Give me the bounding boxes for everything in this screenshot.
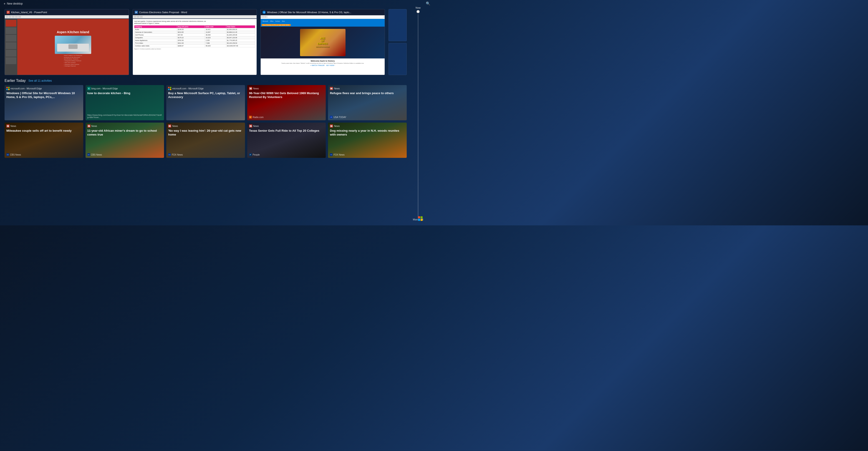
card-source-name: News bbox=[334, 87, 340, 90]
news-source-icon: 📰 bbox=[330, 87, 333, 90]
activity-card-card-3[interactable]: microsoft.com - Microsoft EdgeBuy a New … bbox=[166, 85, 245, 120]
activity-card-card-6[interactable]: 📰NewsMilwaukee couple sells off art to b… bbox=[5, 123, 83, 158]
card-source-name: News bbox=[10, 125, 16, 127]
news-source-icon: 📰 bbox=[168, 124, 171, 128]
card-sub-source: USUSA TODAY bbox=[330, 116, 405, 119]
svg-rect-3 bbox=[8, 89, 9, 90]
sub-source-icon: FOX bbox=[168, 153, 171, 156]
activity-card-card-1[interactable]: microsoft.com - Microsoft EdgeWindows | … bbox=[5, 85, 83, 120]
card-sub-source: CBSCBS News bbox=[6, 153, 82, 156]
card-sub-source: FOXFOX News bbox=[168, 153, 243, 156]
news-source-icon: 📰 bbox=[87, 124, 91, 128]
news-source-icon: 📰 bbox=[249, 87, 252, 90]
card-content-card-7: 📰News11-year-old African miner's dream t… bbox=[86, 123, 164, 158]
svg-rect-0 bbox=[6, 87, 8, 88]
card-source-bar: 📰News bbox=[87, 124, 162, 128]
sub-source-name: FOX News bbox=[334, 154, 344, 156]
timeline-line bbox=[418, 14, 418, 218]
powerpoint-window[interactable]: P Kitchen_Island_V6 - PowerPoint bbox=[5, 9, 129, 75]
svg-rect-2 bbox=[6, 89, 8, 90]
ppt-description: Hand Crafted in our Redmondworkshop to t… bbox=[64, 55, 82, 67]
activity-cards-row1: microsoft.com - Microsoft EdgeWindows | … bbox=[5, 85, 407, 120]
open-windows-row: P Kitchen_Island_V6 - PowerPoint bbox=[5, 9, 407, 75]
col-units: Units sold bbox=[205, 26, 226, 28]
edge-title-text: Windows | Official Site for Microsoft Wi… bbox=[267, 11, 351, 14]
activity-card-card-5[interactable]: 📰NewsRefugee flees war and brings peace … bbox=[328, 85, 407, 120]
plus-icon: + bbox=[4, 2, 5, 5]
sub-source-name: USA TODAY bbox=[334, 116, 346, 119]
word-title-text: Contoso Electronics Sales Proposal - Wor… bbox=[139, 11, 187, 14]
card-title: how to decorate kitchen - Bing bbox=[87, 91, 162, 114]
activity-cards-row2: 📰NewsMilwaukee couple sells off art to b… bbox=[5, 123, 407, 158]
card-content-card-10: 📰NewsDog missing nearly a year in N.H. w… bbox=[328, 123, 407, 158]
word-preview: Just last quarter, Contoso experienced s… bbox=[133, 15, 257, 75]
card-source-bar: 📰News bbox=[6, 124, 82, 128]
sub-source-icon: FOX bbox=[330, 153, 333, 156]
svg-rect-1 bbox=[8, 87, 9, 88]
card-source-name: News bbox=[253, 87, 259, 90]
ms-source-icon bbox=[168, 87, 171, 90]
ppt-kitchen-image bbox=[55, 36, 91, 54]
svg-rect-6 bbox=[168, 89, 169, 90]
svg-rect-7 bbox=[170, 89, 171, 90]
card-sub-source: PPeople bbox=[249, 153, 324, 156]
word-title-bar: W Contoso Electronics Sales Proposal - W… bbox=[133, 9, 257, 15]
card-source-name: microsoft.com - Microsoft Edge bbox=[172, 87, 204, 90]
card-title: Windows | Official Site for Microsoft Wi… bbox=[6, 91, 82, 119]
sub-source-name: Radio.com bbox=[253, 116, 264, 119]
sub-source-icon: US bbox=[330, 116, 333, 119]
earlier-today-title: Earlier Today bbox=[5, 79, 26, 83]
activity-card-card-10[interactable]: 📰NewsDog missing nearly a year in N.H. w… bbox=[328, 123, 407, 158]
bing-source-icon: b bbox=[87, 87, 91, 90]
card-source-name: bing.com - Microsoft Edge bbox=[91, 87, 118, 90]
activity-card-card-8[interactable]: 📰News'No way I was leaving him': 26-year… bbox=[166, 123, 245, 158]
card-title: Texas Senior Gets Full Ride to All Top 2… bbox=[249, 129, 324, 153]
see-all-activities-link[interactable]: See all 11 activities bbox=[28, 79, 52, 82]
ppt-icon: P bbox=[7, 11, 10, 14]
card-title: 96-Year-Old WWII Vet Gets Beloved 1969 M… bbox=[249, 91, 324, 116]
ms-source-icon bbox=[6, 87, 9, 90]
sub-source-name: People bbox=[253, 154, 260, 156]
card-title: Milwaukee couple sells off art to benefi… bbox=[6, 129, 82, 153]
edge-title-bar: e Windows | Official Site for Microsoft … bbox=[261, 9, 385, 15]
card-content-card-9: 📰NewsTexas Senior Gets Full Ride to All … bbox=[247, 123, 326, 158]
new-desktop-button[interactable]: + New desktop bbox=[4, 2, 23, 5]
sub-source-icon: CBS bbox=[87, 153, 90, 156]
word-window[interactable]: W Contoso Electronics Sales Proposal - W… bbox=[133, 9, 257, 75]
card-title: Dog missing nearly a year in N.H. woods … bbox=[330, 129, 405, 153]
col-category: Category bbox=[134, 26, 177, 28]
card-source-bar: 📰News bbox=[330, 87, 405, 90]
edge-welcome-text: Welcome back to history Twenty years lat… bbox=[261, 59, 385, 68]
ppt-slide-main: Aspen Kitchen Island Hand Crafted in our… bbox=[17, 19, 129, 75]
card-title: Buy a New Microsoft Surface PC, Laptop, … bbox=[168, 91, 243, 119]
card-content-card-4: 📰News96-Year-Old WWII Vet Gets Beloved 1… bbox=[247, 85, 326, 120]
activity-card-card-9[interactable]: 📰NewsTexas Senior Gets Full Ride to All … bbox=[247, 123, 326, 158]
ppt-slide-title: Aspen Kitchen Island bbox=[57, 30, 89, 34]
word-icon: W bbox=[135, 11, 138, 14]
activity-card-card-7[interactable]: 📰News11-year-old African miner's dream t… bbox=[86, 123, 164, 158]
activity-card-card-4[interactable]: 📰News96-Year-Old WWII Vet Gets Beloved 1… bbox=[247, 85, 326, 120]
new-desktop-label: New desktop bbox=[7, 2, 23, 5]
card-source-bar: bbing.com - Microsoft Edge bbox=[87, 87, 162, 90]
ppt-title-bar: P Kitchen_Island_V6 - PowerPoint bbox=[5, 9, 129, 15]
search-icon[interactable]: 🔍 bbox=[426, 1, 430, 6]
svg-rect-5 bbox=[170, 87, 171, 88]
earlier-today-header: Earlier Today See all 11 activities bbox=[5, 79, 407, 83]
news-source-icon: 📰 bbox=[6, 124, 9, 128]
card-content-card-6: 📰NewsMilwaukee couple sells off art to b… bbox=[5, 123, 83, 158]
sub-source-name: CBS News bbox=[10, 154, 21, 156]
card-content-card-8: 📰News'No way I was leaving him': 26-year… bbox=[166, 123, 245, 158]
activity-card-card-2[interactable]: bbing.com - Microsoft Edgehow to decorat… bbox=[86, 85, 164, 120]
edge-window[interactable]: e Windows | Official Site for Microsoft … bbox=[260, 9, 385, 75]
sub-source-name: CBS News bbox=[91, 154, 102, 156]
sub-source-icon: CBS bbox=[6, 153, 9, 156]
news-source-icon: 📰 bbox=[249, 124, 252, 128]
card-source-name: News bbox=[334, 125, 340, 127]
card-source-bar: microsoft.com - Microsoft Edge bbox=[168, 87, 243, 90]
windows-logo bbox=[418, 216, 424, 222]
card-content-card-1: microsoft.com - Microsoft EdgeWindows | … bbox=[5, 85, 83, 120]
sub-source-name: FOX News bbox=[172, 154, 183, 156]
ppt-title-text: Kitchen_Island_V6 - PowerPoint bbox=[11, 11, 47, 14]
edge-preview: MicrosoftOfficeSurfaceXbox Shop Windows … bbox=[261, 15, 385, 75]
col-total: Total Sales bbox=[226, 26, 255, 28]
